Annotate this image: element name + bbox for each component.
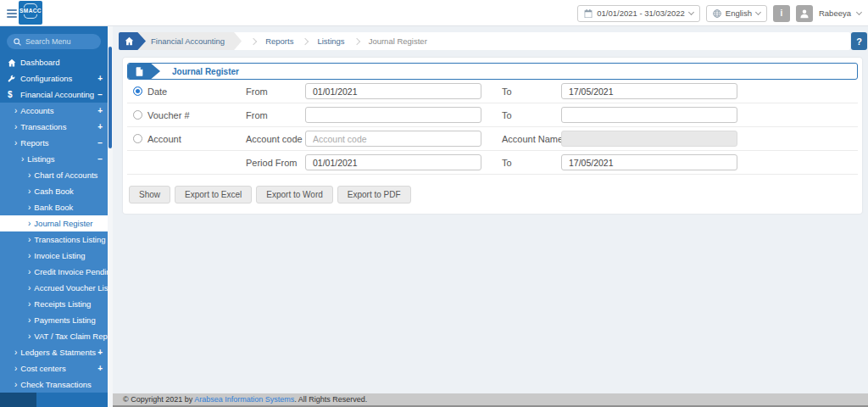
export-to-excel-button[interactable]: Export to Excel [175, 186, 252, 204]
scrollbar-thumb[interactable] [108, 47, 112, 148]
calendar-icon [584, 9, 593, 18]
sidebar-item-ledgers-statments[interactable]: ›Ledgers & Statments+ [0, 344, 108, 360]
sidebar-item-check-transactions[interactable]: ›Check Transactions [0, 376, 108, 393]
chevron-right-icon: › [28, 204, 31, 211]
field-label-account-name: Account Name [502, 134, 561, 144]
radio-label: Voucher # [147, 110, 190, 120]
to-input[interactable] [561, 154, 737, 170]
breadcrumb-item-financial-accounting[interactable]: Financial Accounting [138, 32, 242, 50]
collapse-minus-icon[interactable]: − [97, 154, 103, 164]
sidebar-item-transactions[interactable]: ›Transactions+ [0, 119, 108, 135]
breadcrumb-item-listings[interactable]: Listings [317, 36, 344, 46]
date-range-selector[interactable]: 01/01/2021 - 31/03/2022 [577, 5, 700, 22]
chevron-down-icon [755, 8, 761, 14]
user-avatar[interactable] [796, 5, 813, 22]
to-input[interactable] [561, 83, 737, 99]
expand-plus-icon[interactable]: + [97, 364, 103, 373]
chevron-right-icon: › [28, 284, 31, 292]
collapse-minus-icon[interactable]: − [97, 138, 103, 148]
search-input[interactable] [25, 37, 94, 46]
breadcrumb-separator-icon [250, 37, 257, 44]
info-button[interactable]: i [773, 5, 790, 22]
chevron-right-icon: › [28, 171, 31, 179]
sidebar-item-label: Credit Invoice Pending List [34, 267, 108, 276]
logo-text: SMACC [19, 8, 42, 14]
action-buttons: ShowExport to ExcelExport to WordExport … [129, 186, 858, 204]
chevron-down-icon[interactable] [856, 8, 862, 14]
chevron-right-icon: › [28, 220, 31, 227]
sidebar-item-label: Reports [20, 138, 48, 148]
sidebar-item-cash-book[interactable]: ›Cash Book [0, 183, 108, 199]
sidebar-item-label: Invoice Listing [34, 251, 85, 260]
sidebar-item-cost-centers[interactable]: ›Cost centers+ [0, 360, 108, 376]
hamburger-menu-icon[interactable] [7, 9, 17, 17]
logo-arc-bottom [24, 14, 37, 19]
copyright-prefix: © Copyright 2021 by [123, 395, 194, 404]
language-selector[interactable]: English [706, 5, 767, 22]
export-to-pdf-button[interactable]: Export to PDF [337, 186, 411, 204]
field-label-to: To [502, 86, 561, 97]
sidebar-item-configurations[interactable]: Configurations+ [0, 70, 108, 86]
account-name-input[interactable] [561, 131, 737, 147]
smacc-logo: SMACC [19, 1, 42, 25]
form-row: AccountAccount codeAccount Name [127, 127, 858, 151]
radio-date[interactable] [133, 86, 142, 96]
sidebar-item-accrued-voucher-listing[interactable]: ›Accrued Voucher Listing [0, 280, 108, 296]
sidebar-scrollbar[interactable] [108, 26, 113, 407]
from-input[interactable] [305, 83, 481, 99]
account-code-input[interactable] [305, 131, 481, 147]
chevron-right-icon: › [28, 300, 31, 308]
sidebar-item-label: Journal Register [34, 219, 92, 228]
sidebar-item-invoice-listing[interactable]: ›Invoice Listing [0, 248, 108, 264]
form-rows: DateFromToVoucher #FromToAccountAccount … [127, 80, 858, 175]
sidebar-item-bank-book[interactable]: ›Bank Book [0, 199, 108, 215]
to-input[interactable] [561, 107, 737, 123]
sidebar-item-listings[interactable]: ›Listings− [0, 151, 108, 167]
field-label-to: To [502, 110, 561, 120]
radio-account[interactable] [133, 134, 142, 143]
sidebar-item-label: Accrued Voucher Listing [34, 283, 108, 293]
breadcrumb-item-journal-register: Journal Register [369, 36, 427, 46]
arabsea-link[interactable]: Arabsea Information Systems [194, 395, 294, 404]
period-from-input[interactable] [305, 154, 481, 170]
sidebar-item-label: Chart of Accounts [34, 170, 97, 180]
radio-voucher[interactable] [133, 110, 142, 120]
sidebar-item-journal-register[interactable]: ›Journal Register [0, 215, 108, 231]
sidebar: DashboardConfigurations+$Financial Accou… [0, 26, 108, 407]
sidebar-item-receipts-listing[interactable]: ›Receipts Listing [0, 296, 108, 312]
form-row: DateFromTo [127, 80, 858, 103]
breadcrumb-item-reports[interactable]: Reports [265, 36, 293, 46]
sidebar-item-credit-invoice-pending-list[interactable]: ›Credit Invoice Pending List [0, 264, 108, 280]
sidebar-item-label: Dashboard [20, 58, 59, 67]
expand-plus-icon[interactable]: + [97, 74, 103, 83]
question-icon: ? [856, 36, 862, 47]
show-button[interactable]: Show [129, 186, 170, 204]
help-button[interactable]: ? [851, 32, 867, 50]
sidebar-item-payments-listing[interactable]: ›Payments Listing [0, 312, 108, 328]
sidebar-item-transactions-listing[interactable]: ›Transactions Listing [0, 231, 108, 248]
language-value: English [726, 8, 752, 18]
expand-plus-icon[interactable]: + [97, 348, 103, 357]
sidebar-item-vat-tax-claim-report[interactable]: ›VAT / Tax Claim Report [0, 328, 108, 344]
sidebar-search[interactable] [7, 34, 101, 49]
person-icon [799, 8, 810, 19]
expand-plus-icon[interactable]: + [97, 122, 103, 131]
sidebar-item-reports[interactable]: ›Reports− [0, 135, 108, 151]
radio-label: Date [147, 86, 167, 97]
collapse-minus-icon[interactable]: − [97, 90, 103, 99]
chevron-right-icon: › [14, 381, 17, 388]
radio-label: Account [147, 134, 181, 144]
panel-title: Journal Register [172, 67, 239, 76]
from-input[interactable] [305, 107, 481, 123]
sidebar-item-chart-of-accounts[interactable]: ›Chart of Accounts [0, 167, 108, 183]
sidebar-item-financial-accounting[interactable]: $Financial Accounting− [0, 86, 108, 103]
sidebar-item-dashboard[interactable]: Dashboard [0, 54, 108, 70]
sidebar-item-label: Transactions Listing [34, 235, 105, 244]
breadcrumb-separator-icon [302, 37, 309, 44]
export-to-word-button[interactable]: Export to Word [256, 186, 333, 204]
sidebar-item-accounts[interactable]: ›Accounts+ [0, 103, 108, 119]
date-range-value: 01/01/2021 - 31/03/2022 [597, 8, 685, 18]
expand-plus-icon[interactable]: + [97, 106, 103, 115]
sidebar-item-label: Configurations [20, 74, 72, 83]
search-icon [14, 38, 21, 46]
